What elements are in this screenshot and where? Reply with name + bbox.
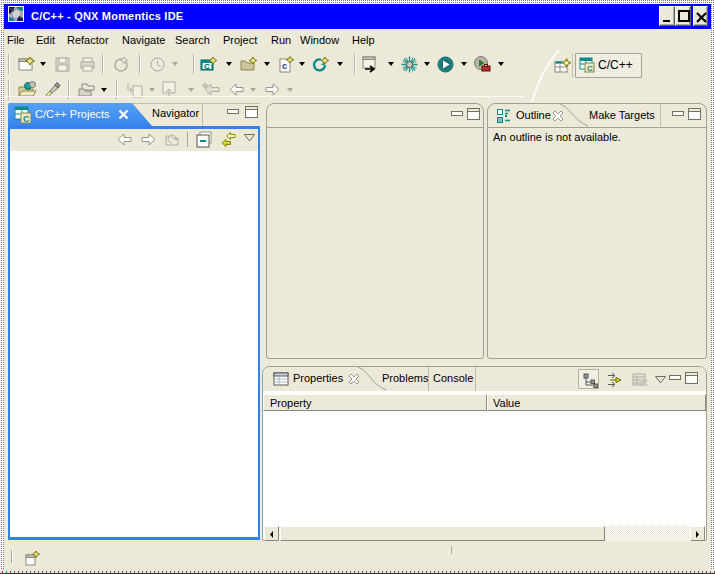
svg-text:c: c: [282, 61, 287, 71]
svg-text:C: C: [587, 64, 593, 73]
svg-text:C: C: [23, 114, 30, 124]
svg-text:C: C: [204, 62, 210, 71]
